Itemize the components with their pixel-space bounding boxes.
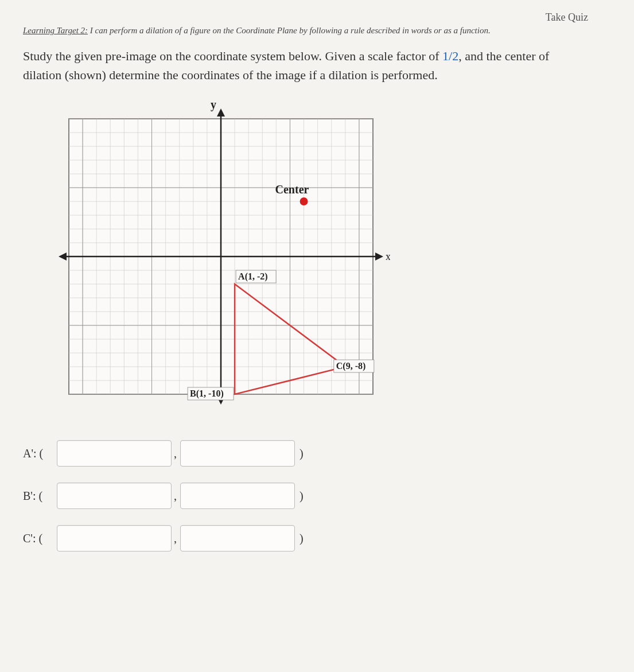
scale-factor: 1/2 (442, 49, 458, 63)
input-a-x[interactable] (57, 440, 172, 467)
comma: , (174, 490, 177, 503)
input-b-x[interactable] (57, 483, 172, 509)
input-b-y[interactable] (180, 483, 295, 509)
svg-text:y: y (211, 98, 216, 111)
svg-marker-59 (217, 108, 225, 116)
coordinate-plane: yxA(1, -2)B(1, -10)C(9, -8)Center (46, 96, 611, 417)
svg-marker-57 (59, 253, 67, 261)
header-partial: Take Quiz (23, 11, 611, 24)
comma: , (174, 532, 177, 545)
prompt-text-a: Study the given pre-image on the coordin… (23, 49, 442, 63)
svg-point-71 (300, 197, 308, 205)
label-c-prime: C': ( (23, 532, 55, 545)
answer-row-a: A': ( , ) (23, 440, 611, 467)
answers-section: A': ( , ) B': ( , ) C': ( , ) (23, 440, 611, 551)
close-paren: ) (300, 490, 304, 503)
svg-marker-56 (375, 253, 383, 261)
chart-svg: yxA(1, -2)B(1, -10)C(9, -8)Center (46, 96, 390, 417)
input-c-x[interactable] (57, 525, 172, 551)
svg-text:C(9, -8): C(9, -8) (336, 361, 366, 371)
close-paren: ) (300, 532, 304, 545)
question-prompt: Study the given pre-image on the coordin… (23, 46, 585, 84)
learning-target-text: I can perform a dilation of a figure on … (90, 26, 491, 35)
comma: , (174, 447, 177, 460)
svg-text:A(1, -2): A(1, -2) (238, 271, 268, 282)
learning-target: Learning Target 2: I can perform a dilat… (23, 26, 611, 36)
svg-text:Center: Center (275, 183, 309, 196)
learning-target-label: Learning Target 2: (23, 26, 88, 35)
close-paren: ) (300, 447, 304, 460)
answer-row-c: C': ( , ) (23, 525, 611, 551)
svg-text:x: x (386, 251, 390, 262)
input-c-y[interactable] (180, 525, 295, 551)
answer-row-b: B': ( , ) (23, 483, 611, 509)
label-a-prime: A': ( (23, 447, 55, 460)
svg-text:B(1, -10): B(1, -10) (190, 389, 224, 399)
input-a-y[interactable] (180, 440, 295, 467)
label-b-prime: B': ( (23, 490, 55, 503)
